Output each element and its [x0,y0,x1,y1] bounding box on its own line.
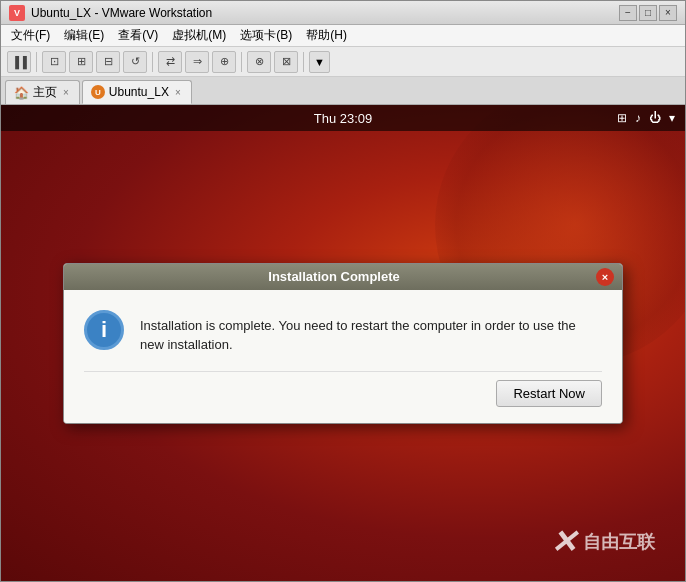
menu-edit[interactable]: 编辑(E) [58,25,110,46]
title-bar: V Ubuntu_LX - VMware Workstation − □ × [1,1,685,25]
tab-home[interactable]: 🏠 主页 × [5,80,80,104]
menu-help[interactable]: 帮助(H) [300,25,353,46]
dialog-content: i Installation is complete. You need to … [64,290,622,423]
window-controls: − □ × [619,5,677,21]
tab-ubuntu-close[interactable]: × [173,87,183,98]
toolbar-sep-4 [303,52,304,72]
toolbar-sep-3 [241,52,242,72]
tab-home-close[interactable]: × [61,87,71,98]
minimize-button[interactable]: − [619,5,637,21]
dialog-info-icon: i [84,310,124,350]
dialog-footer: Restart Now [84,371,602,407]
dialog-body: i Installation is complete. You need to … [84,310,602,355]
dialog-close-button[interactable]: × [596,268,614,286]
menu-file[interactable]: 文件(F) [5,25,56,46]
toolbar-dropdown[interactable]: ▼ [309,51,330,73]
tab-home-label: 主页 [33,84,57,101]
menu-tabs[interactable]: 选项卡(B) [234,25,298,46]
dialog-overlay: Installation Complete × i Installation i… [1,105,685,581]
toolbar-btn-4[interactable]: ↺ [123,51,147,73]
toolbar-btn-3[interactable]: ⊟ [96,51,120,73]
toolbar-btn-5[interactable]: ⇄ [158,51,182,73]
toolbar-sep-1 [36,52,37,72]
app-icon: V [9,5,25,21]
menu-vm[interactable]: 虚拟机(M) [166,25,232,46]
dialog-message: Installation is complete. You need to re… [140,310,602,355]
tab-ubuntu-label: Ubuntu_LX [109,85,169,99]
ubuntu-icon: U [91,85,105,99]
toolbar-pause-btn[interactable]: ▐▐ [7,51,31,73]
menu-view[interactable]: 查看(V) [112,25,164,46]
restart-now-button[interactable]: Restart Now [496,380,602,407]
dialog-title: Installation Complete [72,269,596,284]
toolbar-btn-2[interactable]: ⊞ [69,51,93,73]
toolbar-btn-6[interactable]: ⇒ [185,51,209,73]
vm-display[interactable]: Thu 23:09 ⊞ ♪ ⏻ ▾ ✕ 自由互联 Installation Co… [1,105,685,581]
toolbar-sep-2 [152,52,153,72]
installation-complete-dialog: Installation Complete × i Installation i… [63,263,623,424]
vmware-window: V Ubuntu_LX - VMware Workstation − □ × 文… [0,0,686,582]
menu-bar: 文件(F) 编辑(E) 查看(V) 虚拟机(M) 选项卡(B) 帮助(H) [1,25,685,47]
tab-bar: 🏠 主页 × U Ubuntu_LX × [1,77,685,105]
toolbar: ▐▐ ⊡ ⊞ ⊟ ↺ ⇄ ⇒ ⊕ ⊗ ⊠ ▼ [1,47,685,77]
toolbar-btn-7[interactable]: ⊕ [212,51,236,73]
window-title: Ubuntu_LX - VMware Workstation [31,6,619,20]
tab-ubuntu[interactable]: U Ubuntu_LX × [82,80,192,104]
toolbar-btn-8[interactable]: ⊗ [247,51,271,73]
home-icon: 🏠 [14,86,29,100]
close-button[interactable]: × [659,5,677,21]
dialog-titlebar: Installation Complete × [64,264,622,290]
maximize-button[interactable]: □ [639,5,657,21]
toolbar-btn-9[interactable]: ⊠ [274,51,298,73]
toolbar-btn-1[interactable]: ⊡ [42,51,66,73]
